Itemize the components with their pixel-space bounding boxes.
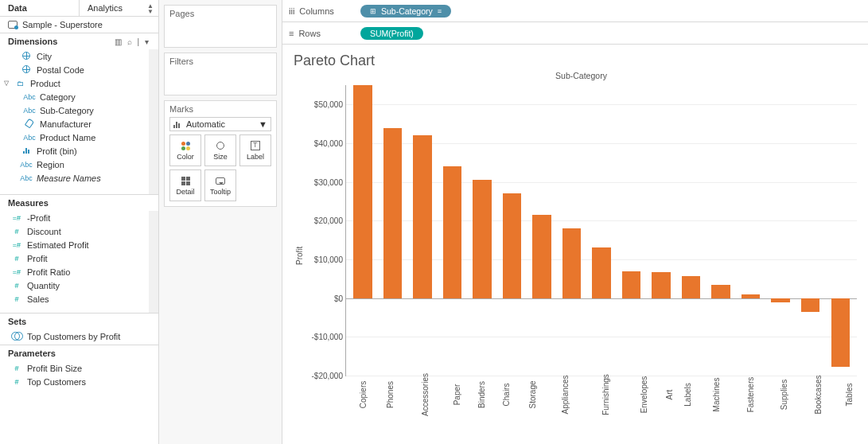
bar-supplies[interactable] <box>771 298 790 303</box>
pages-card[interactable]: Pages <box>164 5 277 48</box>
rows-pill-label: SUM(Profit) <box>370 29 414 38</box>
field-postal-code[interactable]: Postal Code <box>0 63 158 76</box>
field-manufacturer[interactable]: Manufacturer <box>0 117 158 130</box>
field-neg-profit[interactable]: =#-Profit <box>0 211 158 224</box>
bar-furnishings[interactable] <box>592 247 611 298</box>
columns-shelf[interactable]: iiiColumns ⊞ Sub-Category ≡ <box>282 0 868 22</box>
tab-data[interactable]: Data <box>0 0 80 16</box>
parameters-list: #Profit Bin Size #Top Customers <box>0 361 158 390</box>
scroll-up-icon[interactable]: ▲ <box>150 49 157 57</box>
abc-icon: Abc <box>19 161 33 169</box>
x-tick: Supplies <box>765 378 795 388</box>
venn-icon <box>10 332 24 341</box>
bar-paper[interactable] <box>443 166 462 298</box>
scrollbar-thumb[interactable] <box>150 228 158 268</box>
bar-appliances[interactable] <box>562 228 582 298</box>
main-area: iiiColumns ⊞ Sub-Category ≡ ≡Rows SUM(Pr… <box>282 0 868 444</box>
field-region[interactable]: AbcRegion <box>0 158 158 171</box>
field-sub-category[interactable]: AbcSub-Category <box>0 103 158 117</box>
abc-icon: Abc <box>22 107 37 115</box>
sort-icon: ≡ <box>438 7 442 15</box>
globe-icon <box>19 52 33 61</box>
bar-phones[interactable] <box>383 128 403 298</box>
y-tick: $20,000 <box>303 216 343 225</box>
viz-area: Pareto Chart Profit Sub-Category -$20,00… <box>282 45 868 444</box>
scroll-up-icon[interactable]: ▲ <box>150 211 157 219</box>
size-icon <box>216 140 224 151</box>
field-profit[interactable]: #Profit <box>0 251 158 265</box>
bar-storage[interactable] <box>532 215 551 298</box>
rows-pill[interactable]: SUM(Profit) <box>360 27 423 40</box>
rows-shelf[interactable]: ≡Rows SUM(Profit) <box>282 22 868 45</box>
rows-icon: ≡ <box>289 29 294 38</box>
bar-icon <box>173 121 180 128</box>
y-tick: $0 <box>303 294 343 302</box>
x-tick: Appliances <box>542 378 581 388</box>
tab-analytics[interactable]: Analytics ▲▼ <box>80 0 158 16</box>
parameters-header: Parameters <box>0 345 158 361</box>
scroll-down-icon[interactable]: ▼ <box>150 305 157 313</box>
field-quantity[interactable]: #Quantity <box>0 278 158 292</box>
param-profit-bin-size[interactable]: #Profit Bin Size <box>0 361 158 375</box>
plot-grid[interactable]: -$20,000-$10,000$0$10,000$20,000$30,000$… <box>345 85 857 376</box>
bar-copiers[interactable] <box>353 85 372 298</box>
scroll-down-icon[interactable]: ▼ <box>150 186 157 194</box>
bar-accessories[interactable] <box>413 135 432 298</box>
x-tick: Tables <box>834 378 857 388</box>
datasource-row[interactable]: Sample - Superstore <box>0 17 158 33</box>
globe-icon <box>19 65 33 75</box>
marks-color-button[interactable]: Color <box>169 134 201 166</box>
bar-labels[interactable] <box>682 276 701 298</box>
field-sales[interactable]: #Sales <box>0 292 158 306</box>
cards-column: Pages Filters Marks Automatic ▼ Color Si… <box>159 0 282 444</box>
bar-binders[interactable] <box>473 180 492 298</box>
field-discount[interactable]: #Discount <box>0 224 158 238</box>
param-top-customers[interactable]: #Top Customers <box>0 375 158 388</box>
bar-envelopes[interactable] <box>622 271 641 298</box>
marks-detail-button[interactable]: Detail <box>169 169 201 201</box>
field-estimated-profit[interactable]: =#Estimated Profit <box>0 238 158 251</box>
mark-type-select[interactable]: Automatic ▼ <box>169 117 271 131</box>
field-city[interactable]: City <box>0 49 158 63</box>
mark-type-label: Automatic <box>186 119 225 129</box>
bar-tables[interactable] <box>831 298 850 367</box>
viz-title[interactable]: Pareto Chart <box>294 53 857 69</box>
dimensions-tools[interactable]: ▥ ⌕ | ▾ <box>115 37 150 46</box>
detail-icon <box>181 175 190 186</box>
dimensions-title: Dimensions <box>8 37 57 46</box>
field-product-name[interactable]: AbcProduct Name <box>0 130 158 144</box>
field-product[interactable]: ▽🗀Product <box>0 76 158 90</box>
bar-chairs[interactable] <box>503 193 522 298</box>
dropdown-icon: ▼ <box>259 119 267 129</box>
x-tick: Paper <box>442 378 464 388</box>
number-icon: # <box>10 378 24 386</box>
bar-bookcases[interactable] <box>801 298 820 312</box>
bar-machines[interactable] <box>711 285 730 298</box>
scrollbar-thumb[interactable] <box>150 59 158 178</box>
measures-title: Measures <box>8 198 49 208</box>
columns-pill[interactable]: ⊞ Sub-Category ≡ <box>360 5 451 18</box>
marks-label-button[interactable]: Label <box>239 134 271 166</box>
bar-art[interactable] <box>652 272 671 298</box>
field-measure-names[interactable]: AbcMeasure Names <box>0 171 158 185</box>
marks-size-button[interactable]: Size <box>204 134 236 166</box>
field-profit-ratio[interactable]: =#Profit Ratio <box>0 265 158 278</box>
parameters-title: Parameters <box>8 349 56 358</box>
marks-card: Marks Automatic ▼ Color Size Label Detai… <box>164 100 277 207</box>
field-profit-bin[interactable]: Profit (bin) <box>0 144 158 158</box>
columns-label: Columns <box>299 6 333 16</box>
field-category[interactable]: AbcCategory <box>0 90 158 103</box>
bar-fasteners[interactable] <box>741 294 761 298</box>
filters-card[interactable]: Filters <box>164 53 277 95</box>
x-tick: Bookcases <box>795 378 834 388</box>
x-tick: Machines <box>695 378 730 388</box>
set-top-customers[interactable]: Top Customers by Profit <box>0 329 158 343</box>
datasource-icon <box>8 21 18 29</box>
x-tick: Binders <box>464 378 491 388</box>
label-icon <box>251 140 260 151</box>
measures-list: ▲ ▼ =#-Profit #Discount =#Estimated Prof… <box>0 211 158 313</box>
marks-tooltip-button[interactable]: Tooltip <box>204 169 236 201</box>
dimensions-header: Dimensions ▥ ⌕ | ▾ <box>0 33 158 49</box>
x-ticks: CopiersPhonesAccessoriesPaperBindersChai… <box>306 378 857 388</box>
abc-icon: Abc <box>19 174 33 182</box>
